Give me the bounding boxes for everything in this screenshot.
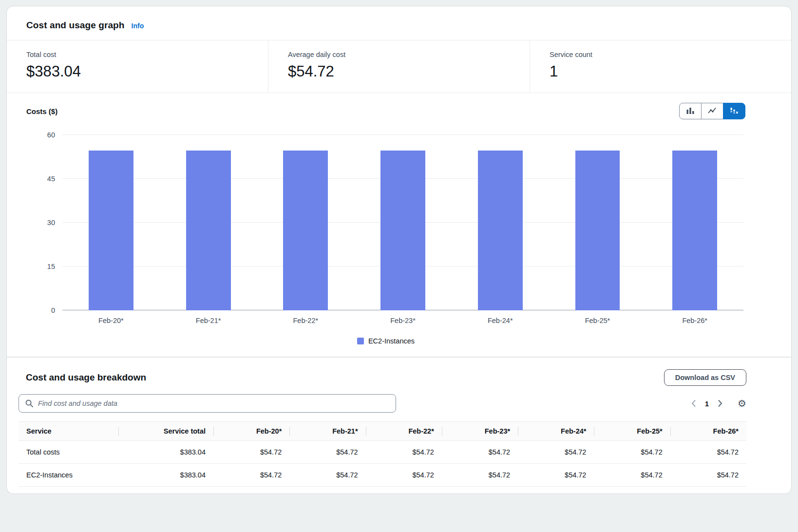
column-header[interactable]: Feb-23* <box>442 422 518 440</box>
bar-slot <box>452 135 549 310</box>
column-header[interactable]: Feb-22* <box>366 422 442 440</box>
bar-feb-23[interactable] <box>380 151 425 310</box>
x-axis-label: Feb-22* <box>257 317 354 324</box>
x-axis-label: Feb-23* <box>354 317 452 324</box>
current-page-number[interactable]: 1 <box>705 399 709 408</box>
search-input[interactable] <box>38 399 390 407</box>
bar-slot <box>646 135 743 310</box>
search-box <box>19 394 396 413</box>
service-cell: EC2-Instances <box>19 464 118 486</box>
value-cell: $54.72 <box>518 464 594 486</box>
bar-feb-26[interactable] <box>672 151 717 310</box>
summary-row: Total cost $383.04 Average daily cost $5… <box>7 40 791 93</box>
summary-label: Average daily cost <box>288 51 510 58</box>
plot-area: 015304560 <box>62 135 743 310</box>
breakdown-title: Cost and usage breakdown <box>26 372 146 383</box>
value-cell: $54.72 <box>594 441 670 463</box>
summary-label: Total cost <box>26 51 248 58</box>
table-row: EC2-Instances$383.04$54.72$54.72$54.72$5… <box>19 464 746 487</box>
cost-breakdown-table: ServiceService totalFeb-20*Feb-21*Feb-22… <box>19 421 746 487</box>
table-settings-button[interactable]: ⚙ <box>738 399 746 408</box>
y-axis-tick-label: 15 <box>47 263 55 270</box>
value-cell: $54.72 <box>442 441 518 463</box>
summary-value: $383.04 <box>26 63 248 80</box>
value-cell: $383.04 <box>118 464 213 486</box>
column-header[interactable]: Feb-24* <box>518 422 594 440</box>
bar-slot <box>62 135 160 310</box>
value-cell: $54.72 <box>366 464 442 486</box>
value-cell: $54.72 <box>213 464 289 486</box>
download-csv-button[interactable]: Download as CSV <box>664 369 746 386</box>
next-page-button[interactable] <box>716 398 725 409</box>
bar-slot <box>549 135 646 310</box>
x-axis-label: Feb-20* <box>62 317 160 324</box>
service-cell: Total costs <box>19 441 118 463</box>
line-chart-icon <box>707 107 717 116</box>
x-axis-label: Feb-21* <box>160 317 257 324</box>
value-cell: $54.72 <box>670 464 746 486</box>
bar-feb-22[interactable] <box>283 151 328 310</box>
page-title: Cost and usage graph <box>26 20 125 31</box>
legend-swatch <box>357 338 364 344</box>
bar-slot <box>257 135 354 310</box>
column-header[interactable]: Feb-26* <box>670 422 746 440</box>
chart-type-segmented-control <box>679 103 745 119</box>
summary-service-count: Service count 1 <box>530 40 791 93</box>
previous-page-button[interactable] <box>689 398 698 409</box>
x-axis-label: Feb-26* <box>646 317 743 324</box>
info-link[interactable]: Info <box>132 22 144 30</box>
search-icon <box>25 399 34 408</box>
table-header-row: ServiceService totalFeb-20*Feb-21*Feb-22… <box>19 421 746 441</box>
value-cell: $54.72 <box>289 441 365 463</box>
summary-average-daily-cost: Average daily cost $54.72 <box>268 40 530 93</box>
stacked-bar-chart-icon <box>729 107 739 116</box>
chart-type-line-button[interactable] <box>701 103 723 119</box>
table-body: Total costs$383.04$54.72$54.72$54.72$54.… <box>19 441 746 487</box>
table-row: Total costs$383.04$54.72$54.72$54.72$54.… <box>19 441 746 464</box>
bar-feb-25[interactable] <box>575 151 620 310</box>
bar-feb-24[interactable] <box>478 151 523 310</box>
chevron-left-icon <box>691 399 696 407</box>
cost-usage-panel: Cost and usage graph Info Total cost $38… <box>6 6 792 494</box>
value-cell: $54.72 <box>594 464 670 486</box>
y-axis-tick-label: 60 <box>47 131 55 139</box>
y-axis-tick-label: 30 <box>47 219 55 227</box>
value-cell: $54.72 <box>289 464 365 486</box>
pagination: 1 ⚙ <box>689 398 746 409</box>
gear-icon: ⚙ <box>738 398 746 409</box>
chart-legend[interactable]: EC2-Instances <box>26 337 745 345</box>
column-header[interactable]: Feb-25* <box>594 422 670 440</box>
y-axis-tick-label: 45 <box>47 175 55 183</box>
value-cell: $54.72 <box>442 464 518 486</box>
summary-total-cost: Total cost $383.04 <box>7 40 268 93</box>
bar-feb-21[interactable] <box>186 151 231 310</box>
breakdown-section: Cost and usage breakdown Download as CSV <box>7 357 791 494</box>
column-header[interactable]: Service total <box>118 422 213 440</box>
bar-chart: 015304560 Feb-20*Feb-21*Feb-22*Feb-23*Fe… <box>26 135 745 324</box>
panel-header: Cost and usage graph Info <box>7 6 791 40</box>
y-axis-title: Costs ($) <box>26 107 57 115</box>
value-cell: $54.72 <box>518 441 594 463</box>
chart-type-bar-button[interactable] <box>679 103 702 119</box>
chart-section: Costs ($) <box>7 93 791 357</box>
value-cell: $54.72 <box>366 441 442 463</box>
column-header[interactable]: Service <box>19 422 118 440</box>
value-cell: $54.72 <box>670 441 746 463</box>
summary-label: Service count <box>550 51 772 58</box>
bar-slot <box>354 135 452 310</box>
summary-value: 1 <box>550 63 772 80</box>
x-axis-label: Feb-24* <box>452 317 549 324</box>
x-axis-label: Feb-25* <box>549 317 646 324</box>
chart-type-stacked-bar-button[interactable] <box>723 103 745 119</box>
legend-label: EC2-Instances <box>368 337 415 345</box>
value-cell: $54.72 <box>213 441 289 463</box>
value-cell: $383.04 <box>118 441 213 463</box>
bar-slot <box>160 135 257 310</box>
column-header[interactable]: Feb-20* <box>213 422 289 440</box>
bar-feb-20[interactable] <box>89 151 133 310</box>
y-axis-tick-label: 0 <box>51 306 55 314</box>
bars-row <box>62 135 743 310</box>
summary-value: $54.72 <box>288 63 510 80</box>
x-axis-labels: Feb-20*Feb-21*Feb-22*Feb-23*Feb-24*Feb-2… <box>62 317 743 324</box>
column-header[interactable]: Feb-21* <box>289 422 365 440</box>
